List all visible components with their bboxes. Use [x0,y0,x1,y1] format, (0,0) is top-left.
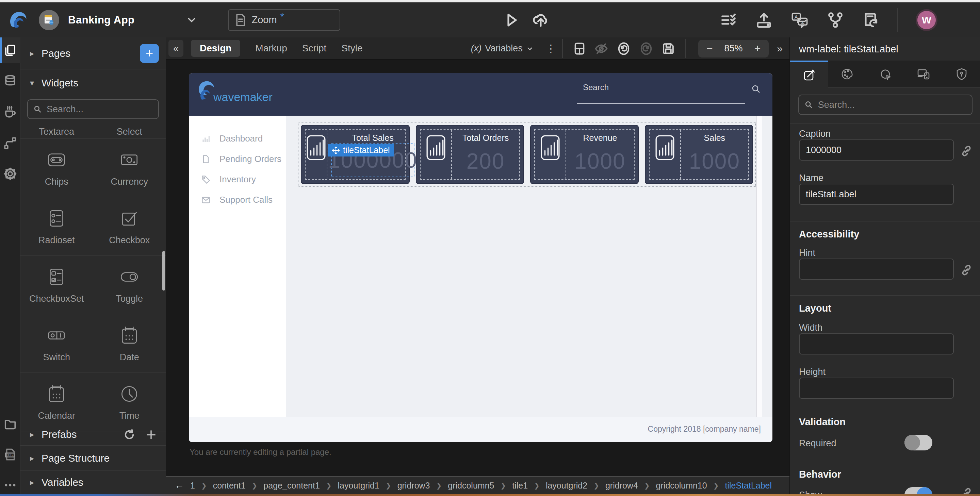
prefabs-refresh-icon[interactable] [123,428,136,441]
variables-chevron-down-icon[interactable] [525,44,534,53]
breadcrumb-item[interactable]: gridcolumn5 [448,481,494,491]
rail-pages-icon[interactable] [0,37,21,63]
variables-caret-right-icon[interactable]: ▸ [30,478,41,487]
menu-item-pending-orders[interactable]: Pending Orders [201,154,282,164]
user-avatar[interactable]: W [916,9,937,31]
checklist-button[interactable] [720,11,737,29]
property-search-input[interactable] [818,100,966,110]
variables-dropdown[interactable]: Variables [485,43,523,54]
tile-content-cell[interactable]: Sales 1000 [681,130,748,179]
preview-search-icon[interactable] [751,84,761,94]
tab-markup[interactable]: Markup [255,43,287,54]
tile-icon-cell[interactable] [649,130,681,179]
tab-styles[interactable] [828,60,866,88]
width-input[interactable] [799,333,954,355]
pages-section-header[interactable]: ▸ Pages + [21,37,166,69]
tab-properties[interactable] [790,60,828,88]
widget-time[interactable]: Time [93,373,166,431]
widget-switch[interactable]: Switch [21,314,93,372]
widget-toggle[interactable]: Toggle [93,256,166,314]
breadcrumb-item[interactable]: layoutgrid2 [546,481,587,491]
breadcrumb-item-active[interactable]: tileStatLabel [725,481,772,491]
tile-total-sales[interactable]: Total Sales tileStatLabel 1000000 [301,125,410,184]
zoom-out-button[interactable]: − [706,42,713,55]
rail-java-services-icon[interactable] [0,99,21,124]
selected-widget-badge[interactable]: tileStatLabel [328,144,394,156]
prefabs-caret-right-icon[interactable]: ▸ [30,430,41,439]
tile-value[interactable]: 1000 [569,143,631,179]
property-search-box[interactable] [798,95,972,115]
widget-search-input[interactable] [47,104,153,114]
widget-chips[interactable]: Chips [21,139,93,197]
localization-button[interactable]: A ± [791,11,809,29]
breadcrumb-item[interactable]: 1 [190,481,195,491]
menu-item-support-calls[interactable]: Support Calls [201,195,272,205]
widget-radioset[interactable]: Radioset [21,197,93,256]
rail-apis-icon[interactable] [0,130,21,156]
hint-input[interactable] [799,259,954,280]
expand-right-panel-button[interactable]: » [777,43,783,54]
widget-calendar[interactable]: Calendar [21,373,93,431]
prefabs-add-icon[interactable] [145,428,158,441]
tab-design[interactable]: Design [191,40,240,57]
layout-grid-button[interactable] [573,42,586,56]
breadcrumb-item[interactable]: content1 [213,481,246,491]
hide-outlines-eye-slash-button[interactable] [594,42,608,55]
show-toggle[interactable] [904,487,932,494]
page-structure-caret-right-icon[interactable]: ▸ [30,453,41,463]
caption-bind-link-icon[interactable] [960,145,972,157]
selected-gridrow-outline[interactable]: Total Sales tileStatLabel 1000000 [298,122,756,187]
menu-item-dashboard[interactable]: Dashboard [201,134,263,144]
prefabs-section-header[interactable]: ▸ Prefabs [21,423,166,446]
widget-checkbox[interactable]: Checkbox [93,197,166,256]
widget-select[interactable]: Select [93,125,166,138]
page-structure-section-header[interactable]: ▸ Page Structure [21,446,166,471]
tile-icon-cell[interactable] [421,130,452,179]
rail-settings-gear-icon[interactable] [0,161,21,187]
file-sync-button[interactable] [862,11,880,29]
zoom-in-button[interactable]: + [754,42,761,55]
widget-date[interactable]: Date [93,314,166,372]
breadcrumb-item[interactable]: gridrow4 [605,481,638,491]
run-button[interactable] [503,2,519,37]
tab-security[interactable] [943,60,980,88]
export-deploy-button[interactable] [755,11,773,29]
tile-value[interactable]: 1000 [684,143,746,179]
tab-script[interactable]: Script [302,43,327,54]
more-options-kebab-icon[interactable]: ⋮ [546,43,556,54]
menu-item-inventory[interactable]: Inventory [201,174,256,185]
tab-devices[interactable] [904,60,943,88]
rail-database-icon[interactable] [0,68,21,94]
show-bind-link-icon[interactable] [960,487,972,494]
widgets-caret-down-icon[interactable]: ▾ [30,78,41,88]
tile-total-orders[interactable]: Total Orders 200 [416,125,524,184]
name-input[interactable] [799,184,954,205]
tile-value[interactable]: 200 [455,143,517,179]
rail-logs-icon[interactable]: LOG [0,442,21,467]
collapse-left-panel-button[interactable]: « [169,40,183,57]
tile-icon-cell[interactable] [535,130,566,179]
hint-bind-link-icon[interactable] [960,264,972,276]
undo-button[interactable] [617,41,631,56]
widget-checkboxset[interactable]: CheckboxSet [21,256,93,314]
breadcrumb-back-arrow-icon[interactable]: ← [175,480,184,491]
widget-currency[interactable]: Currency [93,139,166,197]
git-branch-button[interactable] [827,11,844,29]
active-page-selector[interactable]: Zoom * [228,9,340,31]
tile-content-cell[interactable]: Total Sales tileStatLabel 1000000 [327,130,418,179]
rail-more-icon[interactable] [0,472,21,496]
widgets-section-header[interactable]: ▾ Widgets [21,70,166,96]
widget-search-box[interactable] [27,99,159,119]
project-switcher-chevron-down-icon[interactable] [186,14,197,26]
rail-files-folder-icon[interactable] [0,411,21,437]
widget-textarea[interactable]: Textarea [21,125,93,138]
variables-section-header[interactable]: ▸ Variables [21,471,166,494]
tile-sales[interactable]: Sales 1000 [645,125,753,184]
add-page-button[interactable]: + [140,44,159,63]
preview-search-placeholder[interactable]: Search [583,83,609,92]
breadcrumb-item[interactable]: page_content1 [263,481,320,491]
tile-revenue[interactable]: Revenue 1000 [530,125,638,184]
tile-icon-cell[interactable] [305,130,327,179]
breadcrumb-item[interactable]: layoutgrid1 [338,481,379,491]
left-panel-scrollbar[interactable] [162,251,165,291]
